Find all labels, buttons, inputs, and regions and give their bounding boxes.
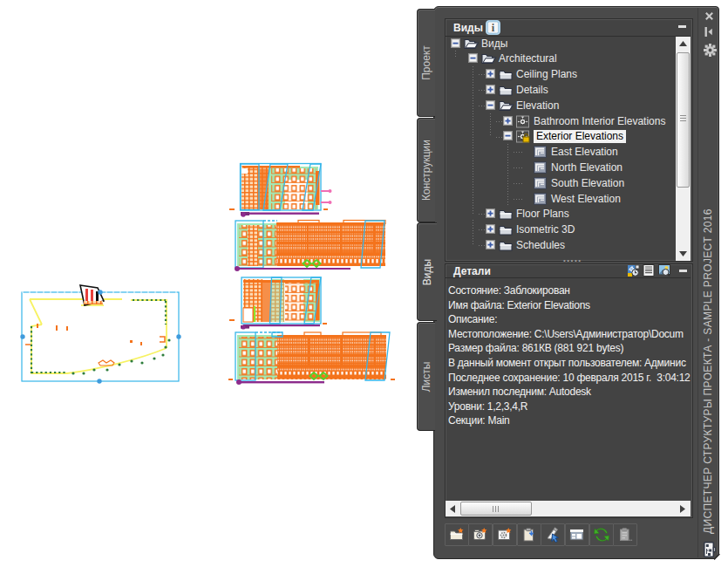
- svg-text:i: i: [492, 22, 495, 34]
